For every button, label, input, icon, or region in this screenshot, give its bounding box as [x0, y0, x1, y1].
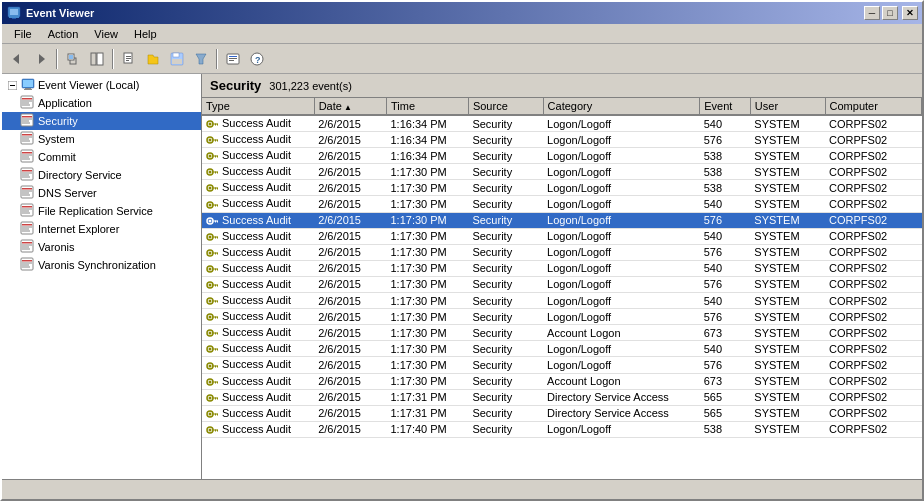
- svg-rect-58: [22, 191, 32, 192]
- table-row[interactable]: Success Audit2/6/20151:16:34 PMSecurityL…: [202, 148, 922, 164]
- success-audit-icon: [206, 358, 222, 370]
- sidebar-item-commit[interactable]: Commit: [2, 148, 201, 166]
- back-button[interactable]: [6, 48, 28, 70]
- svg-rect-144: [215, 317, 216, 319]
- cell-time: 1:16:34 PM: [386, 115, 468, 132]
- sidebar-item-system[interactable]: System: [2, 130, 201, 148]
- menu-action[interactable]: Action: [40, 26, 87, 42]
- table-row[interactable]: Success Audit2/6/20151:17:30 PMSecurityL…: [202, 357, 922, 373]
- table-row[interactable]: Success Audit2/6/20151:17:31 PMSecurityD…: [202, 389, 922, 405]
- table-row[interactable]: Success Audit2/6/20151:16:34 PMSecurityL…: [202, 132, 922, 148]
- table-row[interactable]: Success Audit2/6/20151:17:31 PMSecurityD…: [202, 405, 922, 421]
- cell-type: Success Audit: [202, 115, 314, 132]
- tree-expand-root[interactable]: [4, 77, 20, 93]
- sidebar-item-dns-server[interactable]: DNS Server: [2, 184, 201, 202]
- cell-category: Logon/Logoff: [543, 357, 700, 373]
- col-header-category[interactable]: Category: [543, 98, 700, 115]
- table-row[interactable]: Success Audit2/6/20151:17:40 PMSecurityL…: [202, 421, 922, 437]
- svg-rect-109: [215, 204, 216, 206]
- col-header-event[interactable]: Event: [700, 98, 751, 115]
- table-row[interactable]: Success Audit2/6/20151:17:30 PMSecurityL…: [202, 228, 922, 244]
- success-audit-icon: [206, 391, 222, 403]
- cell-category: Logon/Logoff: [543, 293, 700, 309]
- sidebar-item-internet-explorer[interactable]: Internet Explorer: [2, 220, 201, 238]
- cell-type: Success Audit: [202, 132, 314, 148]
- cell-date: 2/6/2015: [314, 212, 386, 228]
- window-title: Event Viewer: [26, 7, 94, 19]
- filter-button[interactable]: [190, 48, 212, 70]
- maximize-button[interactable]: □: [882, 6, 898, 20]
- table-row[interactable]: Success Audit2/6/20151:17:30 PMSecurityL…: [202, 309, 922, 325]
- svg-rect-67: [22, 224, 32, 226]
- svg-rect-8: [69, 55, 73, 59]
- sidebar-item-varonis[interactable]: Varonis: [2, 238, 201, 256]
- main-area: Event Viewer (Local) Application Securit…: [2, 74, 922, 479]
- cell-user: SYSTEM: [750, 132, 825, 148]
- svg-rect-68: [22, 227, 32, 228]
- svg-rect-9: [91, 53, 96, 65]
- table-row[interactable]: Success Audit2/6/20151:17:30 PMSecurityL…: [202, 341, 922, 357]
- close-button[interactable]: ✕: [902, 6, 918, 20]
- cell-type: Success Audit: [202, 148, 314, 164]
- new-log-button[interactable]: [118, 48, 140, 70]
- content-area: Security 301,223 event(s) TypeDate▲TimeS…: [202, 74, 922, 479]
- svg-rect-55: [22, 177, 30, 178]
- col-header-date[interactable]: Date▲: [314, 98, 386, 115]
- sidebar-item-root[interactable]: Event Viewer (Local): [2, 76, 201, 94]
- svg-rect-45: [22, 141, 30, 142]
- col-header-source[interactable]: Source: [468, 98, 543, 115]
- svg-rect-154: [215, 349, 216, 351]
- table-row[interactable]: Success Audit2/6/20151:17:30 PMSecurityL…: [202, 276, 922, 292]
- cell-date: 2/6/2015: [314, 164, 386, 180]
- cell-time: 1:17:30 PM: [386, 373, 468, 389]
- cell-computer: CORPFS02: [825, 309, 921, 325]
- table-row[interactable]: Success Audit2/6/20151:16:34 PMSecurityL…: [202, 115, 922, 132]
- show-hide-tree-button[interactable]: [86, 48, 108, 70]
- table-row[interactable]: Success Audit2/6/20151:17:30 PMSecurityL…: [202, 244, 922, 260]
- computer-icon: [20, 77, 36, 93]
- cell-time: 1:17:30 PM: [386, 341, 468, 357]
- sidebar-item-varonis-synchronization[interactable]: Varonis Synchronization: [2, 256, 201, 274]
- svg-rect-46: [21, 150, 33, 162]
- svg-rect-70: [22, 231, 30, 232]
- sidebar-item-security[interactable]: Security: [2, 112, 201, 130]
- svg-rect-90: [217, 140, 218, 142]
- table-row[interactable]: Success Audit2/6/20151:17:30 PMSecurityL…: [202, 212, 922, 228]
- table-row[interactable]: Success Audit2/6/20151:17:30 PMSecurityL…: [202, 293, 922, 309]
- sidebar-item-file-replication-service[interactable]: File Replication Service: [2, 202, 201, 220]
- col-header-user[interactable]: User: [750, 98, 825, 115]
- cell-date: 2/6/2015: [314, 389, 386, 405]
- table-row[interactable]: Success Audit2/6/20151:17:30 PMSecurityL…: [202, 180, 922, 196]
- minimize-button[interactable]: ─: [864, 6, 880, 20]
- up-button[interactable]: [62, 48, 84, 70]
- menu-view[interactable]: View: [86, 26, 126, 42]
- table-row[interactable]: Success Audit2/6/20151:17:30 PMSecurityA…: [202, 325, 922, 341]
- open-log-button[interactable]: [142, 48, 164, 70]
- success-audit-icon: [206, 423, 222, 435]
- sidebar-item-directory-service[interactable]: Directory Service: [2, 166, 201, 184]
- cell-source: Security: [468, 325, 543, 341]
- cell-event: 576: [700, 132, 751, 148]
- forward-button[interactable]: [30, 48, 52, 70]
- svg-rect-115: [217, 220, 218, 222]
- table-row[interactable]: Success Audit2/6/20151:17:30 PMSecurityA…: [202, 373, 922, 389]
- properties-button[interactable]: [222, 48, 244, 70]
- help-button[interactable]: ?: [246, 48, 268, 70]
- col-header-type[interactable]: Type: [202, 98, 314, 115]
- cell-computer: CORPFS02: [825, 373, 921, 389]
- svg-rect-28: [23, 80, 33, 87]
- svg-rect-14: [126, 60, 129, 61]
- table-row[interactable]: Success Audit2/6/20151:17:30 PMSecurityL…: [202, 196, 922, 212]
- cell-date: 2/6/2015: [314, 293, 386, 309]
- menu-file[interactable]: File: [6, 26, 40, 42]
- svg-rect-1: [10, 9, 18, 15]
- col-header-computer[interactable]: Computer: [825, 98, 921, 115]
- save-log-button[interactable]: [166, 48, 188, 70]
- menu-help[interactable]: Help: [126, 26, 165, 42]
- table-row[interactable]: Success Audit2/6/20151:17:30 PMSecurityL…: [202, 164, 922, 180]
- table-row[interactable]: Success Audit2/6/20151:17:30 PMSecurityL…: [202, 260, 922, 276]
- cell-type: Success Audit: [202, 389, 314, 405]
- table-container[interactable]: TypeDate▲TimeSourceCategoryEventUserComp…: [202, 98, 922, 479]
- sidebar-item-application[interactable]: Application: [2, 94, 201, 112]
- col-header-time[interactable]: Time: [386, 98, 468, 115]
